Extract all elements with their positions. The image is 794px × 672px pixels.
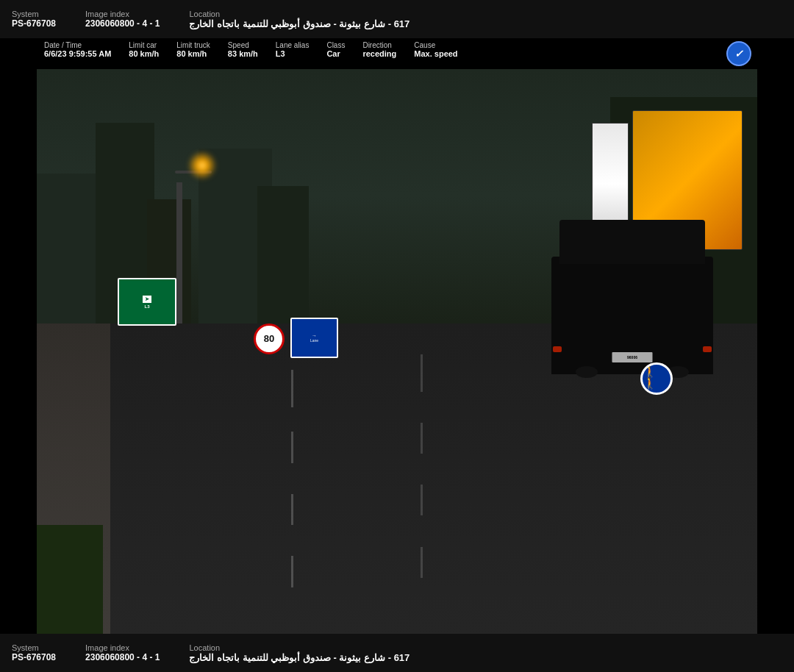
lane-dash-1 — [291, 370, 293, 407]
image-index-label-top: Image index — [85, 10, 160, 18]
limit-truck-value: 80 km/h — [176, 49, 210, 58]
direction-sign-left: ➤ L3 — [118, 278, 176, 326]
system-section-top: System PS-676708 — [12, 10, 56, 29]
system-value-top: PS-676708 — [12, 18, 56, 29]
lane-alias-value: L3 — [276, 49, 310, 58]
location-value-top: 617 - شارع بيثونة - صندوق أبوظبي للتنمية… — [189, 18, 409, 29]
camera-frame: Date / Time 6/6/23 9:59:55 AM Limit car … — [37, 38, 757, 634]
vicon-logo: ✓ — [726, 41, 751, 66]
image-index-section-bottom: Image index 2306060800 - 4 - 1 — [85, 643, 160, 662]
cause-value: Max. speed — [414, 49, 457, 58]
bottom-bar: System PS-676708 Image index 2306060800 … — [0, 634, 794, 672]
lane-dash-5 — [421, 354, 423, 392]
limit-truck-col: Limit truck 80 km/h — [176, 41, 210, 58]
location-section-top: Location 617 - شارع بيثونة - صندوق أبوظب… — [189, 10, 409, 29]
limit-truck-label: Limit truck — [176, 41, 210, 49]
image-index-value-top: 2306060800 - 4 - 1 — [85, 18, 160, 29]
speed-sign: 80 — [254, 324, 285, 354]
direction-col: Direction receding — [362, 41, 396, 58]
lane-dash-4 — [291, 556, 293, 587]
top-bar: System PS-676708 Image index 2306060800 … — [0, 0, 794, 38]
datetime-label: Date / Time — [44, 41, 111, 49]
lane-dash-7 — [421, 485, 423, 515]
image-index-label-bottom: Image index — [85, 643, 160, 652]
image-index-value-bottom: 2306060800 - 4 - 1 — [85, 652, 160, 662]
location-section-bottom: Location 617 - شارع بيثونة - صندوق أبوظب… — [189, 643, 409, 663]
lane-dash-8 — [421, 547, 423, 578]
class-label: Class — [326, 41, 345, 49]
system-label-top: System — [12, 10, 56, 18]
camera-info-bar: Date / Time 6/6/23 9:59:55 AM Limit car … — [37, 38, 757, 69]
limit-car-label: Limit car — [129, 41, 159, 49]
location-label-top: Location — [189, 10, 409, 18]
class-col: Class Car — [326, 41, 345, 58]
class-value: Car — [326, 49, 345, 58]
vicon-symbol: ✓ — [734, 48, 743, 60]
system-label-bottom: System — [12, 643, 56, 652]
direction-sign-center: → Lane — [290, 318, 338, 358]
limit-car-col: Limit car 80 km/h — [129, 41, 159, 58]
lane-dash-3 — [291, 494, 293, 525]
direction-label: Direction — [362, 41, 396, 49]
lane-dash-2 — [291, 432, 293, 462]
speed-label: Speed — [228, 41, 258, 49]
lane-alias-col: Lane alias L3 — [276, 41, 310, 58]
limit-car-value: 80 km/h — [129, 49, 159, 58]
direction-value: receding — [362, 49, 396, 58]
location-value-bottom: 617 - شارع بيثونة - صندوق أبوظبي للتنمية… — [189, 652, 409, 663]
speed-value: 83 km/h — [228, 49, 258, 58]
vehicle-silhouette: 96006 — [551, 227, 713, 374]
system-value-bottom: PS-676708 — [12, 652, 56, 662]
cause-label: Cause — [414, 41, 457, 49]
datetime-col: Date / Time 6/6/23 9:59:55 AM — [44, 41, 111, 58]
location-label-bottom: Location — [189, 643, 409, 652]
grass-left — [37, 525, 103, 634]
lane-dash-6 — [421, 423, 423, 454]
image-index-section-top: Image index 2306060800 - 4 - 1 — [85, 10, 160, 29]
system-section-bottom: System PS-676708 — [12, 643, 56, 662]
cause-col: Cause Max. speed — [414, 41, 457, 58]
speed-col: Speed 83 km/h — [228, 41, 258, 58]
night-scene: ➤ L3 → Lane 80 — [37, 69, 757, 634]
lane-alias-label: Lane alias — [276, 41, 310, 49]
main-content: Date / Time 6/6/23 9:59:55 AM Limit car … — [0, 38, 794, 634]
street-light-glow — [187, 151, 217, 180]
datetime-value: 6/6/23 9:59:55 AM — [44, 49, 111, 58]
